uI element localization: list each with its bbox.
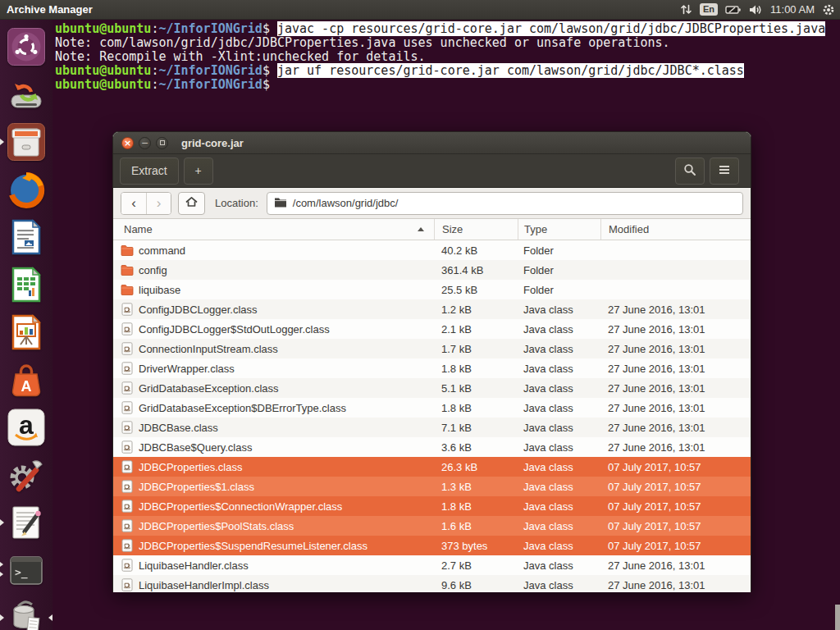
launcher-item-firefox[interactable] xyxy=(0,170,52,209)
file-name: JDBCProperties$PoolStats.class xyxy=(139,520,434,532)
launcher-item-amazon[interactable]: a xyxy=(0,408,52,447)
table-row[interactable]: command40.2 kBFolder xyxy=(113,240,751,260)
terminal-command: javac -cp resources/grid-core.jar com/la… xyxy=(277,21,825,36)
search-button[interactable] xyxy=(675,158,705,185)
close-button[interactable]: × xyxy=(121,137,134,149)
table-row[interactable]: LiquibaseHandler.class2.7 kBJava class27… xyxy=(113,555,751,575)
table-row[interactable]: GridDatabaseException$DBErrorType.class1… xyxy=(113,398,751,418)
launcher-item-software-updater[interactable] xyxy=(0,75,52,114)
archive-manager-window: × − grid-core.jar Extract + ‹ › Loc xyxy=(112,131,751,592)
table-row[interactable]: LiquibaseHandlerImpl.class9.6 kBJava cla… xyxy=(113,575,751,592)
launcher: A a >_ xyxy=(0,20,52,630)
launcher-item-files[interactable] xyxy=(0,122,52,162)
session-gear-icon[interactable] xyxy=(822,3,835,16)
forward-button[interactable]: › xyxy=(146,193,171,214)
file-name: ConnectionInputStream.class xyxy=(139,343,434,355)
file-type: Java class xyxy=(518,402,600,414)
java-class-icon xyxy=(121,303,134,316)
file-size: 26.3 kB xyxy=(434,461,518,473)
file-name: JDBCProperties.class xyxy=(139,461,434,473)
minimize-button[interactable]: − xyxy=(139,137,151,149)
table-row[interactable]: liquibase25.5 kBFolder xyxy=(113,280,751,299)
column-header-type[interactable]: Type xyxy=(518,219,600,240)
table-row[interactable]: DriverWrapper.class1.8 kBJava class27 Ju… xyxy=(113,358,751,378)
java-class-icon xyxy=(121,381,134,395)
file-type: Java class xyxy=(518,579,600,591)
column-header-name[interactable]: Name xyxy=(113,219,434,240)
launcher-item-terminal[interactable]: >_ xyxy=(0,550,52,590)
launcher-item-libreoffice-calc[interactable] xyxy=(0,265,52,304)
home-button[interactable] xyxy=(178,192,205,215)
file-size: 1.6 kB xyxy=(434,520,518,532)
table-row[interactable]: ConnectionInputStream.class1.7 kBJava cl… xyxy=(113,339,751,358)
table-row[interactable]: JDBCBase.class7.1 kBJava class27 June 20… xyxy=(113,418,751,437)
folder-icon xyxy=(121,244,134,257)
launcher-item-libreoffice-writer[interactable] xyxy=(0,217,52,257)
terminal-scrollbar[interactable] xyxy=(835,605,840,630)
clock[interactable]: 11:00 AM xyxy=(770,3,815,16)
java-class-icon xyxy=(121,539,134,552)
file-size: 1.7 kB xyxy=(434,343,518,355)
file-size: 40.2 kB xyxy=(434,244,518,257)
java-class-icon xyxy=(121,480,134,493)
prompt-path: ~/InforIONGrid xyxy=(158,63,262,78)
java-class-icon xyxy=(121,559,134,572)
table-row[interactable]: config361.4 kBFolder xyxy=(113,260,751,280)
updown-arrows-icon[interactable] xyxy=(680,3,692,16)
battery-icon[interactable] xyxy=(725,4,742,16)
running-indicator xyxy=(0,139,4,145)
desktop: Archive Manager En 11:00 AM xyxy=(0,0,840,630)
table-row[interactable]: JDBCProperties$1.class1.3 kBJava class07… xyxy=(113,477,751,496)
launcher-item-ubuntu-software-center[interactable]: A xyxy=(0,360,52,399)
window-toolbar: Extract + xyxy=(113,154,751,188)
file-modified: 27 June 2016, 13:01 xyxy=(600,363,751,375)
file-modified: 27 June 2016, 13:01 xyxy=(600,559,751,572)
prompt-user: ubuntu@ubuntu xyxy=(55,63,151,78)
file-type: Java class xyxy=(518,343,600,355)
menu-button[interactable] xyxy=(710,158,739,185)
file-size: 5.1 kB xyxy=(434,382,518,395)
file-modified: 27 June 2016, 13:01 xyxy=(600,382,751,395)
extract-button[interactable]: Extract xyxy=(120,158,179,185)
maximize-button[interactable] xyxy=(156,137,168,149)
home-icon xyxy=(185,195,199,211)
launcher-item-dash-home[interactable] xyxy=(0,27,52,66)
table-row[interactable]: JDBCBase$Query.class3.6 kBJava class27 J… xyxy=(113,437,751,457)
svg-text:>_: >_ xyxy=(15,566,28,579)
java-class-icon xyxy=(121,322,134,336)
running-indicator xyxy=(0,519,4,526)
file-name: LiquibaseHandler.class xyxy=(139,559,434,572)
file-modified: 27 June 2016, 13:01 xyxy=(600,441,751,454)
table-row[interactable]: JDBCProperties.class26.3 kBJava class07 … xyxy=(113,457,751,477)
column-header-modified[interactable]: Modified xyxy=(600,219,751,240)
location-input[interactable]: /com/lawson/grid/jdbc/ xyxy=(267,192,743,215)
java-class-icon xyxy=(121,578,134,591)
focused-indicator xyxy=(48,614,52,621)
file-type: Java class xyxy=(518,461,600,473)
window-titlebar[interactable]: × − grid-core.jar xyxy=(113,132,751,154)
table-row[interactable]: JDBCProperties$ConnectionWrapper.class1.… xyxy=(113,496,751,516)
file-name: ConfigJDBCLogger.class xyxy=(139,304,434,316)
launcher-item-libreoffice-impress[interactable] xyxy=(0,313,52,352)
launcher-item-archive-manager[interactable] xyxy=(0,598,52,630)
terminal-command: jar uf resources/grid-core.jar com/lawso… xyxy=(277,63,744,78)
table-row[interactable]: JDBCProperties$PoolStats.class1.6 kBJava… xyxy=(113,516,751,536)
file-name: JDBCBase.class xyxy=(139,422,434,434)
table-row[interactable]: JDBCProperties$SuspendResumeListener.cla… xyxy=(113,536,751,555)
terminal-output-text: Note: com/lawson/grid/jdbc/JDBCPropertie… xyxy=(55,35,670,50)
table-row[interactable]: ConfigJDBCLogger$StdOutLogger.class2.1 k… xyxy=(113,319,751,339)
file-name: GridDatabaseException.class xyxy=(139,382,434,395)
prompt-symbol: $ xyxy=(262,63,277,78)
column-header-size[interactable]: Size xyxy=(434,219,518,240)
add-files-button[interactable]: + xyxy=(184,158,213,185)
table-row[interactable]: ConfigJDBCLogger.class1.2 kBJava class27… xyxy=(113,299,751,319)
file-name: ConfigJDBCLogger$StdOutLogger.class xyxy=(139,323,434,336)
file-type: Folder xyxy=(518,244,600,257)
launcher-item-text-editor[interactable] xyxy=(0,503,52,542)
keyboard-layout-indicator[interactable]: En xyxy=(700,3,718,16)
back-button[interactable]: ‹ xyxy=(121,193,146,214)
launcher-item-system-settings[interactable] xyxy=(0,455,52,495)
table-row[interactable]: GridDatabaseException.class5.1 kBJava cl… xyxy=(113,378,751,398)
volume-icon[interactable] xyxy=(749,4,763,16)
folder-icon xyxy=(121,283,134,296)
